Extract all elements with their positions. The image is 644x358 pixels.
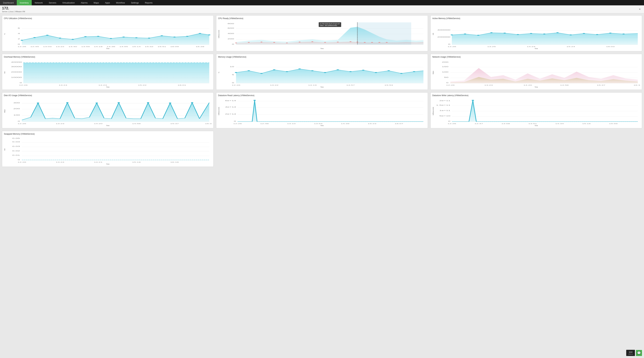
nav-bar: Dashboard Inventory Network Servers Virt… <box>0 0 644 5</box>
nav-item-reports[interactable]: Reports <box>142 0 156 5</box>
svg-text:14:20: 14:20 <box>523 84 532 86</box>
svg-text:20000: 20000 <box>11 71 22 73</box>
svg-point-201 <box>472 100 474 101</box>
svg-text:14:18: 14:18 <box>94 46 102 47</box>
svg-point-53 <box>299 42 301 42</box>
svg-text:16:07: 16:07 <box>395 123 403 124</box>
svg-point-130 <box>375 72 377 73</box>
svg-point-16 <box>122 36 125 37</box>
svg-text:13:59: 13:59 <box>81 46 90 47</box>
svg-text:12:26: 12:26 <box>232 84 240 86</box>
svg-text:15:23: 15:23 <box>368 123 376 124</box>
svg-text:12:26: 12:26 <box>233 123 242 124</box>
svg-text:40000: 40000 <box>11 61 22 63</box>
chart-card-datastore-write: Datastore Write Latency (VIWebService) M… <box>430 92 642 128</box>
svg-point-121 <box>260 73 263 74</box>
svg-text:15:24: 15:24 <box>566 46 575 47</box>
svg-text:13:10: 13:10 <box>287 123 296 124</box>
svg-text:800: 800 <box>228 23 234 25</box>
svg-text:0: 0 <box>448 43 450 45</box>
svg-point-14 <box>97 36 100 37</box>
svg-point-167 <box>169 102 172 103</box>
svg-text:200: 200 <box>442 61 448 63</box>
svg-text:4: 4 <box>18 33 20 34</box>
svg-text:13:24: 13:24 <box>59 84 68 86</box>
chart-title-disk-io: Disk I/O Usage (VIWebService) <box>4 94 212 97</box>
chart-title-cpu-ready: CPU Ready (VIWebService) <box>218 17 426 19</box>
svg-text:14:20: 14:20 <box>94 123 102 124</box>
svg-text:12:26: 12:26 <box>19 84 28 86</box>
chart-grid: CPU Utilization (VIWebService) % 0 2 <box>2 15 642 128</box>
chart-area-overhead-memory: 0 10000 20000 30000 40000 <box>6 59 212 86</box>
svg-point-163 <box>66 102 68 103</box>
svg-point-85 <box>543 33 546 34</box>
x-label-memory-usage: Time <box>218 86 426 88</box>
nav-item-dashboard[interactable]: Dashboard <box>0 0 17 5</box>
nav-item-alarms[interactable]: Alarms <box>78 0 90 5</box>
y-label-datastore-read: Milliseconds <box>218 98 220 124</box>
nav-item-settings[interactable]: Settings <box>128 0 142 5</box>
svg-text:2e+11: 2e+11 <box>439 100 450 102</box>
svg-text:13:23: 13:23 <box>484 84 493 86</box>
svg-text:14:19: 14:19 <box>308 84 317 86</box>
breadcrumb: Server | Linux | VMware-VM <box>2 10 25 12</box>
svg-point-10 <box>46 35 49 36</box>
svg-text:0.01: 0.01 <box>12 155 20 156</box>
nav-item-virtualization[interactable]: Virtualization <box>59 0 78 5</box>
svg-point-91 <box>622 33 625 34</box>
chart-card-active-memory: Active Memory (VIWebService) KB 0 200000 <box>430 15 642 51</box>
y-label-active-memory: KB <box>432 20 434 47</box>
svg-text:15:22: 15:22 <box>138 84 146 86</box>
x-label-datastore-write: Time <box>432 125 640 126</box>
svg-text:16:34: 16:34 <box>634 84 640 86</box>
svg-text:10000: 10000 <box>11 77 22 78</box>
x-label-disk-io: Time <box>4 125 212 126</box>
nav-item-apps[interactable]: Apps <box>102 0 113 5</box>
nav-item-maps[interactable]: Maps <box>90 0 102 5</box>
svg-point-83 <box>516 34 519 35</box>
svg-point-168 <box>191 102 193 103</box>
x-label-swapped-memory: Time <box>4 163 212 165</box>
svg-text:1.5e+11: 1.5e+11 <box>436 104 450 106</box>
svg-text:15:53: 15:53 <box>384 84 393 86</box>
svg-text:0.05: 0.05 <box>12 138 20 139</box>
nav-item-network[interactable]: Network <box>32 0 46 5</box>
svg-point-162 <box>37 102 39 103</box>
nav-item-workflow[interactable]: Workflow <box>113 0 128 5</box>
svg-text:12:26: 12:26 <box>18 162 26 163</box>
svg-text:13:03: 13:03 <box>43 46 52 47</box>
y-label-overhead-memory: KB <box>4 59 6 86</box>
svg-point-50 <box>260 42 263 42</box>
chart-area-datastore-read: 0 2e+14 4e+14 6e+14 12 <box>220 98 426 124</box>
svg-point-8 <box>21 40 23 41</box>
svg-text:15:37: 15:37 <box>170 123 179 124</box>
svg-text:0: 0 <box>232 43 234 45</box>
nav-item-inventory[interactable]: Inventory <box>17 0 32 5</box>
svg-text:200: 200 <box>228 38 234 40</box>
svg-text:0: 0 <box>18 120 20 122</box>
y-label-cpu-ready: Milliseconds <box>218 20 220 47</box>
svg-point-9 <box>33 37 36 38</box>
svg-point-126 <box>324 72 326 73</box>
x-label-active-memory: Time <box>432 48 640 49</box>
chart-card-disk-io: Disk I/O Usage (VIWebService) kBps 0 100 <box>2 92 214 128</box>
svg-text:12:26: 12:26 <box>18 46 26 47</box>
chart-area-disk-io: 0 100 200 300 <box>6 98 212 124</box>
svg-text:50: 50 <box>444 77 448 78</box>
svg-text:12:45: 12:45 <box>30 46 39 47</box>
svg-text:14:55: 14:55 <box>120 46 128 47</box>
svg-text:5: 5 <box>232 74 234 75</box>
svg-text:400000: 400000 <box>437 29 450 31</box>
chart-title-swapped-memory: Swapped Memory (VIWebService) <box>4 133 212 135</box>
svg-text:16:16: 16:16 <box>170 162 179 163</box>
svg-text:15:18: 15:18 <box>132 162 141 163</box>
svg-text:16:01: 16:01 <box>178 84 186 86</box>
svg-point-62 <box>386 42 388 43</box>
svg-text:12:26: 12:26 <box>448 123 456 124</box>
svg-text:16:28: 16:28 <box>196 46 204 47</box>
close-button[interactable]: × <box>638 7 642 12</box>
chart-area-datastore-write: 0 5e+10 1e+11 1.5e+11 2e+11 <box>435 98 640 124</box>
svg-point-81 <box>490 32 493 33</box>
nav-item-servers[interactable]: Servers <box>46 0 59 5</box>
svg-text:15:51: 15:51 <box>158 46 166 47</box>
